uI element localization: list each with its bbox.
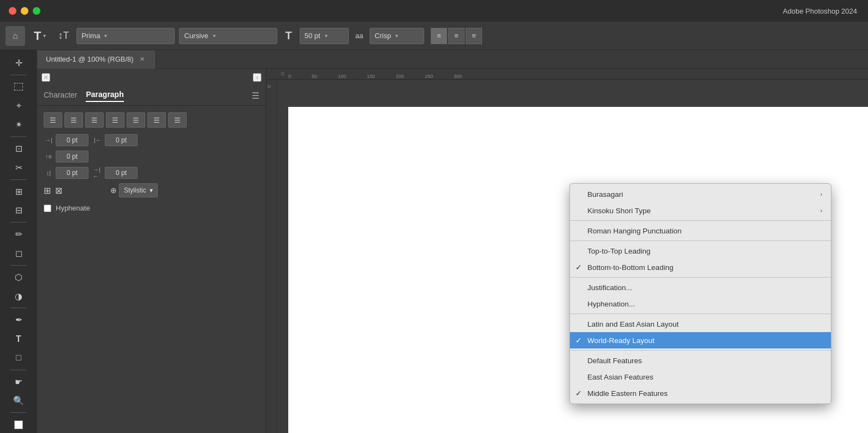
para-align-right-button[interactable]: ☰ [85, 112, 104, 128]
indent-last-icon: →|← [93, 168, 103, 178]
indent-row-2: ↑≡ [44, 151, 259, 163]
align-center-icon: ≡ [454, 32, 459, 40]
hyphenate-checkbox[interactable] [44, 205, 51, 212]
gradient-tool[interactable]: ⬡ [9, 269, 28, 286]
para-justify-right-icon: ☰ [153, 116, 160, 124]
font-size-dropdown[interactable]: 50 pt ▾ [300, 28, 349, 44]
text-tool-label: T [34, 29, 41, 43]
panel-header: ✕ « [37, 69, 266, 86]
menu-separator-1 [570, 220, 831, 221]
menu-item-latin-layout[interactable]: Latin and East Asian Layout [570, 316, 831, 332]
eraser-icon: ◻ [15, 248, 22, 258]
eraser-tool[interactable]: ◻ [9, 245, 28, 262]
brush-icon: ✏ [15, 229, 22, 239]
panel-collapse-button[interactable]: « [253, 73, 261, 82]
indent-left-group: →| [44, 134, 88, 146]
menu-item-roman-hanging[interactable]: Roman Hanging Punctuation [570, 222, 831, 239]
menu-item-default-features[interactable]: Default Features [570, 352, 831, 369]
kinsoku-submenu-arrow-icon: › [821, 208, 822, 214]
zoom-tool[interactable]: 🔍 [9, 393, 28, 410]
tool-divider-1 [10, 75, 27, 75]
indent-left-field[interactable] [56, 134, 88, 146]
tab-character[interactable]: Character [44, 91, 77, 101]
menu-item-east-asian[interactable]: East Asian Features [570, 369, 831, 385]
close-button[interactable] [9, 7, 16, 15]
world-layout-checkmark-icon: ✓ [575, 336, 582, 345]
wand-icon: ✴ [15, 119, 22, 130]
font-style-dropdown[interactable]: Cursive ▾ [179, 28, 277, 44]
shape-tool[interactable]: □ [9, 350, 28, 366]
ruler-mark-200: 200 [396, 74, 404, 79]
menu-separator-5 [570, 350, 831, 351]
menu-item-hyphenation[interactable]: Hyphenation... [570, 296, 831, 312]
para-align-left-button[interactable]: ☰ [44, 112, 62, 128]
text-align-buttons: ≡ ≡ ≡ [431, 28, 482, 44]
menu-item-middle-eastern[interactable]: ✓ Middle Eastern Features [570, 385, 831, 401]
measure-tool[interactable]: ⊞ [9, 183, 28, 200]
home-button[interactable]: ⌂ [5, 26, 25, 46]
align-right-button[interactable]: ≡ [466, 28, 482, 44]
foreground-color[interactable] [9, 416, 28, 433]
wand-tool[interactable]: ✴ [9, 116, 28, 133]
lasso-tool[interactable]: ⌖ [9, 98, 28, 115]
menu-separator-3 [570, 277, 831, 278]
menu-item-top-leading-label: Top-to-Top Leading [587, 247, 651, 255]
world-layout-icon: ⊕ [110, 186, 117, 195]
paragraph-align-row: ☰ ☰ ☰ ☰ ☰ [44, 112, 259, 128]
menu-item-world-layout[interactable]: ✓ World-Ready Layout [570, 332, 831, 348]
para-justify-left-button[interactable]: ☰ [106, 112, 124, 128]
main-area: ✛ ⌖ ✴ ⊡ ✂ ⊞ ⊟ ✏ ◻ [0, 50, 868, 433]
para-align-left-icon: ☰ [50, 116, 56, 124]
menu-item-burasagari[interactable]: Burasagari › [570, 186, 831, 202]
minimize-button[interactable] [21, 7, 28, 15]
tab-close-button[interactable]: ✕ [138, 55, 147, 64]
font-style-chevron-icon: ▾ [213, 33, 216, 39]
font-size-icon: T [282, 29, 295, 42]
indent-first-icon: ↕| [44, 168, 53, 178]
indent-right-field[interactable] [105, 134, 138, 146]
marquee-tool[interactable] [9, 79, 28, 95]
ruler-mark-300: 300 [454, 74, 462, 79]
pen-tool[interactable]: ✒ [9, 311, 28, 328]
space-before-field[interactable] [56, 151, 88, 163]
text-tool[interactable]: T ▾ [29, 27, 50, 45]
menu-item-bottom-leading[interactable]: ✓ Bottom-to-Bottom Leading [570, 259, 831, 275]
stylistic-dropdown[interactable]: Stylistic ▾ [119, 183, 158, 197]
crop-tool[interactable]: ⊡ [9, 140, 28, 157]
para-justify-center-button[interactable]: ☰ [127, 112, 145, 128]
para-justify-all-button[interactable]: ☰ [168, 112, 187, 128]
font-family-dropdown[interactable]: Prima ▾ [76, 28, 175, 44]
text-orientation-icon: ↕T [55, 30, 72, 41]
indent-first-field[interactable] [56, 167, 88, 179]
antialiasing-dropdown[interactable]: Crisp ▾ [370, 28, 424, 44]
align-center-button[interactable]: ≡ [448, 28, 465, 44]
align-left-button[interactable]: ≡ [431, 28, 447, 44]
panel-close-button[interactable]: ✕ [41, 73, 50, 82]
para-options-icon: ⊞ [44, 185, 51, 196]
context-menu: Burasagari › Kinsoku Shori Type › Roman … [569, 183, 831, 404]
move-tool[interactable]: ✛ [9, 55, 28, 71]
heal-tool[interactable]: ⊟ [9, 202, 28, 219]
tool-divider-2 [10, 136, 27, 137]
maximize-button[interactable] [33, 7, 40, 15]
middle-eastern-checkmark-icon: ✓ [575, 389, 582, 398]
menu-item-justification[interactable]: Justification... [570, 279, 831, 296]
menu-item-east-asian-label: East Asian Features [587, 373, 653, 381]
pen-icon: ✒ [15, 315, 22, 325]
document-tab[interactable]: Untitled-1 @ 100% (RGB/8) ✕ [37, 50, 156, 69]
font-family-value: Prima [81, 32, 100, 40]
menu-item-top-leading[interactable]: Top-to-Top Leading [570, 243, 831, 259]
panel-menu-button[interactable]: ☰ [252, 91, 259, 101]
eyedropper-tool[interactable]: ✂ [9, 159, 28, 176]
para-justify-right-button[interactable]: ☰ [147, 112, 166, 128]
dodge-tool[interactable]: ◑ [9, 288, 28, 305]
hand-tool[interactable]: ☛ [9, 374, 28, 390]
indent-last-field[interactable] [105, 167, 138, 179]
type-tool[interactable]: T [9, 330, 28, 347]
text-tool-chevron-icon: ▾ [43, 33, 46, 39]
menu-item-kinsoku[interactable]: Kinsoku Shori Type › [570, 202, 831, 219]
tab-paragraph[interactable]: Paragraph [86, 90, 123, 102]
indent-row-3: ↕| →|← [44, 167, 259, 179]
para-align-center-button[interactable]: ☰ [64, 112, 83, 128]
brush-tool[interactable]: ✏ [9, 226, 28, 243]
